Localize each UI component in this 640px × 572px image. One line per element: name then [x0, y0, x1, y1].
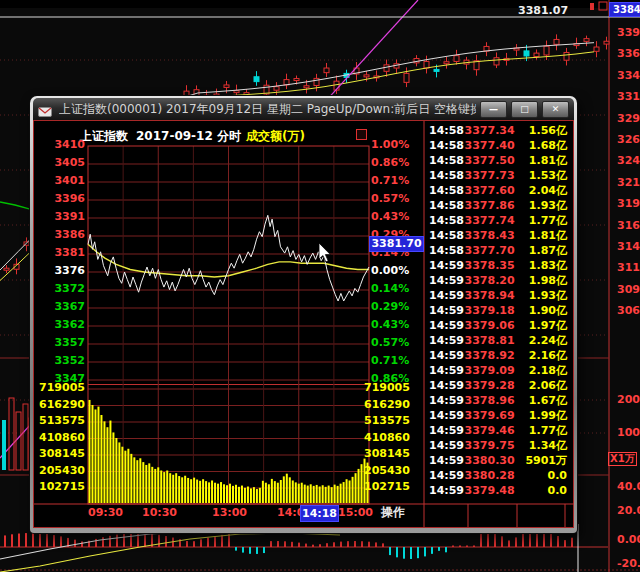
tick-price: 3377.34	[465, 123, 515, 138]
tick-amount: 2.18亿	[515, 363, 573, 378]
tick-row: 14:59 3379.69 1.99亿	[425, 408, 573, 423]
tick-time: 14:58	[425, 198, 465, 213]
tick-time: 14:58	[425, 183, 465, 198]
tick-amount: 1.67亿	[515, 393, 573, 408]
tick-row: 14:58 3377.70 1.87亿	[425, 243, 573, 258]
tick-amount: 1.81亿	[515, 153, 573, 168]
tick-time: 14:59	[425, 333, 465, 348]
tick-price: 3378.94	[465, 288, 515, 303]
volume-axis-label-right: 205430	[364, 465, 410, 477]
tick-price: 3378.35	[465, 258, 515, 273]
price-axis-label: 3381	[54, 247, 85, 259]
volume-axis-label: 513575	[39, 415, 85, 427]
tick-price: 3377.70	[465, 243, 515, 258]
window-titlebar[interactable]: 上证指数(000001) 2017年09月12日 星期二 PageUp/Down…	[33, 98, 574, 120]
window-title: 上证指数(000001) 2017年09月12日 星期二 PageUp/Down…	[59, 101, 476, 118]
close-button[interactable]: ✕	[542, 101, 569, 118]
price-axis-label: 3352	[54, 355, 85, 367]
tick-amount: 2.24亿	[515, 333, 573, 348]
quote-popup-window[interactable]: 上证指数(000001) 2017年09月12日 星期二 PageUp/Down…	[30, 96, 577, 533]
price-axis-label: 3367	[54, 301, 85, 313]
tick-time: 14:59	[425, 453, 465, 468]
tick-amount: 1.98亿	[515, 273, 573, 288]
maximize-button[interactable]: □	[511, 101, 538, 118]
time-label-1500: 15:00	[338, 507, 370, 519]
tick-price: 3377.40	[465, 138, 515, 153]
tick-amount: 1.90亿	[515, 303, 573, 318]
tick-amount: 0.0	[515, 468, 573, 483]
window-content: 上证指数 2017-09-12 分时 成交额(万) 34103405340133…	[33, 120, 574, 528]
tick-row: 14:58 3377.60 2.04亿	[425, 183, 573, 198]
price-axis-label: 3372	[54, 283, 85, 295]
price-axis-label: 3376	[54, 265, 85, 277]
tick-time: 14:59	[425, 363, 465, 378]
tick-price: 3380.28	[465, 468, 515, 483]
tick-price: 3378.81	[465, 333, 515, 348]
window-controls: — □ ✕	[476, 101, 569, 118]
tick-time: 14:59	[425, 318, 465, 333]
percent-axis-label: 0.86%	[371, 157, 409, 169]
price-axis-label: 3401	[54, 175, 85, 187]
volume-axis-label-right: 308145	[364, 448, 410, 460]
action-menu[interactable]: 操作	[381, 506, 405, 518]
time-label-1030: 10:30	[142, 507, 174, 519]
tick-amount: 1.87亿	[515, 243, 573, 258]
tick-amount: 1.68亿	[515, 138, 573, 153]
tick-row: 14:58 3377.74 1.77亿	[425, 213, 573, 228]
tick-time: 14:58	[425, 213, 465, 228]
tick-time: 14:59	[425, 438, 465, 453]
tick-price: 3377.86	[465, 198, 515, 213]
tick-amount: 2.06亿	[515, 378, 573, 393]
percent-axis-label: 0.29%	[371, 301, 409, 313]
percent-axis-label: 0.00%	[371, 265, 409, 277]
tick-amount: 1.99亿	[515, 408, 573, 423]
volume-axis-label: 410860	[39, 432, 85, 444]
tick-row: 14:59 3378.96 1.67亿	[425, 393, 573, 408]
tick-time: 14:59	[425, 468, 465, 483]
tick-row: 14:59 3380.28 0.0	[425, 468, 573, 483]
symbol-name: 上证指数	[80, 128, 128, 145]
volume-axis-label: 102715	[39, 481, 85, 493]
tick-price: 3379.18	[465, 303, 515, 318]
tick-price: 3378.92	[465, 348, 515, 363]
left-price-axis: 3410340534013396339133863381337633723367…	[36, 121, 85, 504]
tick-row: 14:59 3379.46 1.77亿	[425, 423, 573, 438]
svg-text:3381.07: 3381.07	[518, 4, 568, 17]
tick-price: 3380.30	[465, 453, 515, 468]
volume-axis-label: 616290	[39, 399, 85, 411]
desktop: { "background": { "top_price_label": "33…	[0, 0, 640, 572]
tick-price: 3379.28	[465, 378, 515, 393]
tick-amount: 1.81亿	[515, 228, 573, 243]
tick-price: 3377.50	[465, 153, 515, 168]
minimize-button[interactable]: —	[480, 101, 507, 118]
tick-price: 3379.06	[465, 318, 515, 333]
percent-axis-label: 1.00%	[371, 139, 409, 151]
tick-price: 3379.69	[465, 408, 515, 423]
tick-row: 14:59 3378.20 1.98亿	[425, 273, 573, 288]
tick-time: 14:58	[425, 153, 465, 168]
tick-row: 14:59 3378.94 1.93亿	[425, 288, 573, 303]
time-label-1300: 13:00	[212, 507, 244, 519]
volume-axis-label: 308145	[39, 448, 85, 460]
price-axis-label: 3362	[54, 319, 85, 331]
percent-axis-label: 0.14%	[371, 283, 409, 295]
volume-axis-label-right: 616290	[364, 399, 410, 411]
price-axis-label: 3391	[54, 211, 85, 223]
tick-time: 14:59	[425, 378, 465, 393]
tick-time: 14:59	[425, 273, 465, 288]
percent-axis-label: 0.57%	[371, 337, 409, 349]
tick-amount: 1.97亿	[515, 318, 573, 333]
tick-time: 14:59	[425, 393, 465, 408]
tick-price: 3379.46	[465, 423, 515, 438]
tick-amount: 1.93亿	[515, 198, 573, 213]
tick-price: 3377.73	[465, 168, 515, 183]
volume-axis-label: 719005	[39, 382, 85, 394]
bottom-bar: 09:30 10:30 13:00 14:0 15:00 14:18 操作 分笔…	[34, 504, 574, 527]
tick-amount: 1.53亿	[515, 168, 573, 183]
percent-axis-label: 0.71%	[371, 355, 409, 367]
tick-list-panel[interactable]: 14:58 3377.34 1.56亿14:58 3377.40 1.68亿14…	[425, 123, 573, 503]
tick-row: 14:59 3379.06 1.97亿	[425, 318, 573, 333]
tick-time: 14:58	[425, 243, 465, 258]
tick-price: 3377.74	[465, 213, 515, 228]
tick-time: 14:59	[425, 303, 465, 318]
